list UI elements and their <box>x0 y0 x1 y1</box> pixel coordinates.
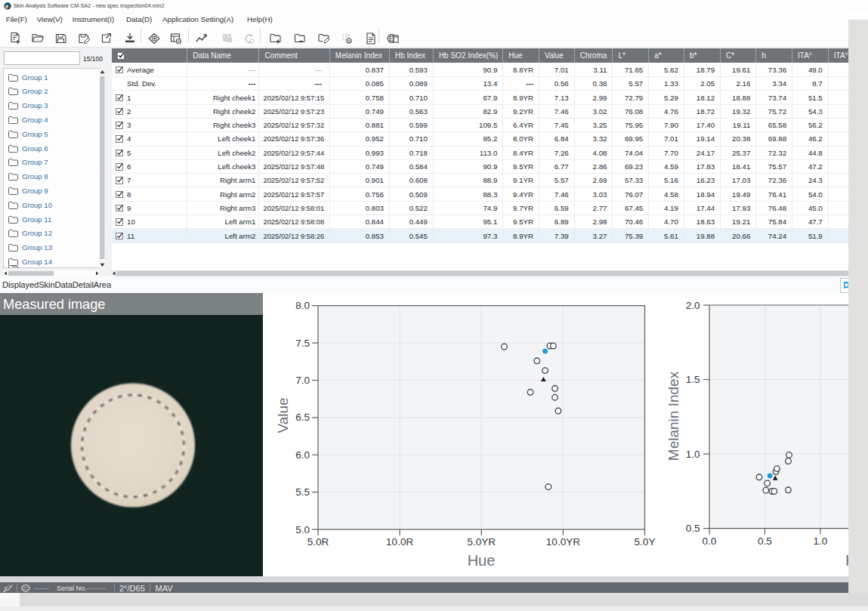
svg-text:10.0R: 10.0R <box>386 536 413 548</box>
svg-text:5.0Y: 5.0Y <box>635 536 656 548</box>
svg-text:6.0: 6.0 <box>295 449 310 461</box>
svg-text:Value: Value <box>275 397 291 433</box>
svg-text:5.0: 5.0 <box>295 524 310 535</box>
svg-text:10.0YR: 10.0YR <box>546 536 580 548</box>
svg-text:Hue: Hue <box>468 552 496 569</box>
svg-text:6.5: 6.5 <box>295 412 310 423</box>
svg-text:0.0: 0.0 <box>703 535 717 547</box>
svg-text:0.5: 0.5 <box>758 535 772 547</box>
svg-text:Melanin Index: Melanin Index <box>666 371 681 461</box>
svg-text:1.0: 1.0 <box>814 535 828 547</box>
svg-text:7.0: 7.0 <box>295 375 310 386</box>
svg-text:7.5: 7.5 <box>295 338 310 349</box>
svg-text:2.0: 2.0 <box>686 300 700 311</box>
svg-text:8.0: 8.0 <box>295 300 310 311</box>
svg-text:5.5: 5.5 <box>295 486 310 498</box>
svg-text:1.5: 1.5 <box>686 374 700 385</box>
svg-text:1.0: 1.0 <box>686 449 700 460</box>
svg-text:5.0YR: 5.0YR <box>467 536 496 548</box>
svg-text:0.5: 0.5 <box>686 523 700 534</box>
svg-text:5.0R: 5.0R <box>307 536 329 548</box>
